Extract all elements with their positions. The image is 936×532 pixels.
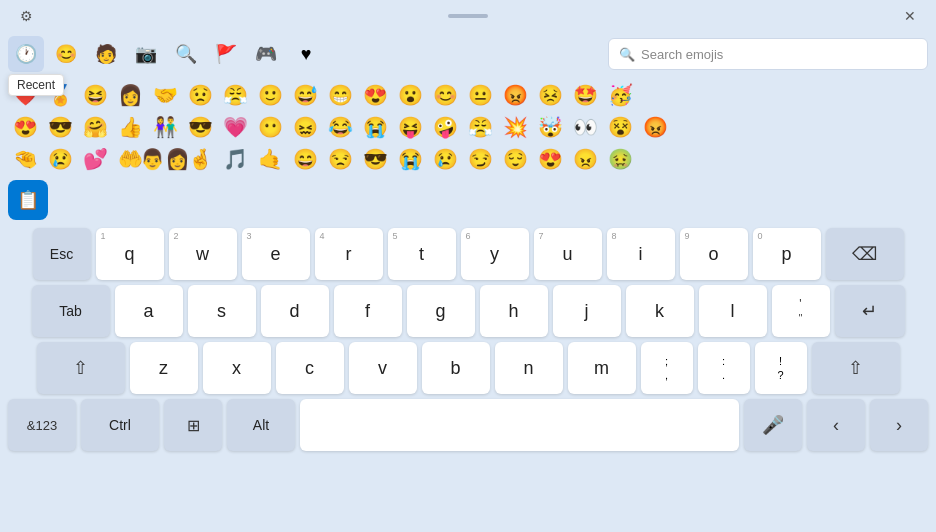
e-key[interactable]: 3e (242, 228, 310, 280)
microphone-key[interactable]: 🎤 (744, 399, 802, 451)
g-key[interactable]: g (407, 285, 475, 337)
esc-key[interactable]: Esc (33, 228, 91, 280)
emoji-cell[interactable]: 😏 (463, 144, 497, 174)
space-key[interactable] (300, 399, 739, 451)
y-key[interactable]: 6y (461, 228, 529, 280)
emoji-cell[interactable]: 💕 (78, 144, 112, 174)
t-key[interactable]: 5t (388, 228, 456, 280)
emoji-cell[interactable]: 👫 (148, 112, 182, 142)
emoji-cell[interactable]: 🎵 (218, 144, 252, 174)
z-key[interactable]: z (130, 342, 198, 394)
r-key[interactable]: 4r (315, 228, 383, 280)
emoji-cell[interactable]: 😍 (533, 144, 567, 174)
semicomma-key[interactable]: ;, (641, 342, 693, 394)
emoji-cell[interactable]: 🤩 (568, 80, 602, 110)
emoji-cell[interactable]: 😝 (393, 112, 427, 142)
colonperiod-key[interactable]: :. (698, 342, 750, 394)
o-key[interactable]: 9o (680, 228, 748, 280)
emoji-cell[interactable]: 💥 (498, 112, 532, 142)
backspace-key[interactable]: ⌫ (826, 228, 904, 280)
emoji-cell[interactable]: 😮 (393, 80, 427, 110)
emoji-cell[interactable]: 😆 (78, 80, 112, 110)
l-key[interactable]: l (699, 285, 767, 337)
emoji-cell[interactable]: 🤙 (253, 144, 287, 174)
emoji-cell[interactable]: 😎 (43, 112, 77, 142)
emoji-cell[interactable]: 😍 (8, 112, 42, 142)
k-key[interactable]: k (626, 285, 694, 337)
left-shift-key[interactable]: ⇧ (37, 342, 125, 394)
emoji-cell[interactable]: 👩 (113, 80, 147, 110)
close-button[interactable]: ✕ (896, 2, 924, 30)
emoji-cell[interactable]: 😒 (323, 144, 357, 174)
x-key[interactable]: x (203, 342, 271, 394)
right-shift-key[interactable]: ⇧ (812, 342, 900, 394)
n-key[interactable]: n (495, 342, 563, 394)
w-key[interactable]: 2w (169, 228, 237, 280)
emoji-cell[interactable]: 🤯 (533, 112, 567, 142)
v-key[interactable]: v (349, 342, 417, 394)
i-key[interactable]: 8i (607, 228, 675, 280)
search-box[interactable]: 🔍 Search emojis (608, 38, 928, 70)
tab-controller[interactable]: 🎮 (248, 36, 284, 72)
emoji-cell[interactable]: 🤗 (78, 112, 112, 142)
emoji-cell[interactable]: 😍 (358, 80, 392, 110)
emoji-cell[interactable]: 😡 (638, 112, 672, 142)
gear-button[interactable]: ⚙ (12, 2, 40, 30)
tab-key[interactable]: Tab (32, 285, 110, 337)
emoji-cell[interactable]: 😖 (288, 112, 322, 142)
emoji-cell[interactable]: 💗 (218, 112, 252, 142)
emoji-cell[interactable]: 😤 (463, 112, 497, 142)
emoji-cell[interactable]: 🥳 (603, 80, 637, 110)
c-key[interactable]: c (276, 342, 344, 394)
emoji-cell[interactable]: 😅 (288, 80, 322, 110)
tab-flag[interactable]: 🚩 (208, 36, 244, 72)
emoji-cell[interactable]: 🤞 (183, 144, 217, 174)
s-key[interactable]: s (188, 285, 256, 337)
tab-smileys[interactable]: 😊 (48, 36, 84, 72)
tab-search[interactable]: 🔍 (168, 36, 204, 72)
emoji-cell[interactable]: 🤪 (428, 112, 462, 142)
emoji-cell[interactable]: 🤢 (603, 144, 637, 174)
tab-camera[interactable]: 📷 (128, 36, 164, 72)
tab-heart[interactable]: ♥ (288, 36, 324, 72)
emoji-cell[interactable]: 😄 (288, 144, 322, 174)
emoji-cell[interactable]: 🙂 (253, 80, 287, 110)
emoji-cell[interactable]: 😶 (253, 112, 287, 142)
apostrophe-key[interactable]: ' " (772, 285, 830, 337)
d-key[interactable]: d (261, 285, 329, 337)
emoji-cell[interactable]: 😤 (218, 80, 252, 110)
emoji-cell[interactable]: 😠 (568, 144, 602, 174)
emoji-cell[interactable]: 😐 (463, 80, 497, 110)
q-key[interactable]: 1q (96, 228, 164, 280)
m-key[interactable]: m (568, 342, 636, 394)
emoji-cell[interactable]: 😭 (393, 144, 427, 174)
emoji-cell[interactable]: 😌 (498, 144, 532, 174)
right-arrow-key[interactable]: › (870, 399, 928, 451)
emoji-cell[interactable]: 👍 (113, 112, 147, 142)
f-key[interactable]: f (334, 285, 402, 337)
h-key[interactable]: h (480, 285, 548, 337)
exclamquestion-key[interactable]: !? (755, 342, 807, 394)
a-key[interactable]: a (115, 285, 183, 337)
emoji-cell[interactable]: 😢 (43, 144, 77, 174)
emoji-cell[interactable]: 😎 (183, 112, 217, 142)
emoji-cell[interactable]: 🤝 (148, 80, 182, 110)
emoji-cell[interactable]: 😂 (323, 112, 357, 142)
emoji-cell[interactable]: 🤏 (8, 144, 42, 174)
emoji-cell[interactable]: 😊 (428, 80, 462, 110)
tab-people[interactable]: 🧑 (88, 36, 124, 72)
emoji-cell[interactable]: 👨‍👩 (148, 144, 182, 174)
ctrl-key[interactable]: Ctrl (81, 399, 159, 451)
enter-key[interactable]: ↵ (835, 285, 905, 337)
emoji-cell[interactable]: 😣 (533, 80, 567, 110)
emoji-cell[interactable]: 😟 (183, 80, 217, 110)
emoji-cell[interactable]: 😎 (358, 144, 392, 174)
windows-key[interactable]: ⊞ (164, 399, 222, 451)
emoji-cell[interactable]: 👀 (568, 112, 602, 142)
b-key[interactable]: b (422, 342, 490, 394)
emoji-cell[interactable]: 😁 (323, 80, 357, 110)
alt-key[interactable]: Alt (227, 399, 295, 451)
emoji-cell[interactable]: 😢 (428, 144, 462, 174)
emoji-cell[interactable]: 😡 (498, 80, 532, 110)
emoji-cell[interactable]: 😵 (603, 112, 637, 142)
